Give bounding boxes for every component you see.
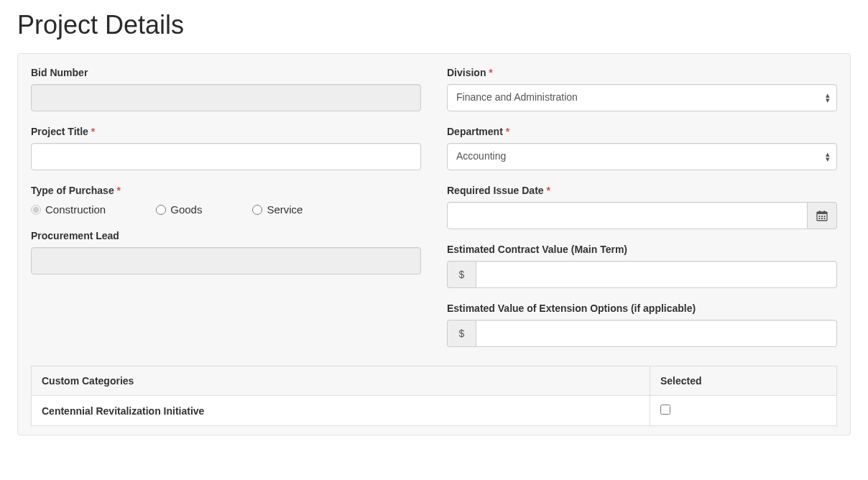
svg-rect-6 <box>824 216 826 217</box>
project-title-input[interactable] <box>31 143 421 170</box>
est-ext-value-label: Estimated Value of Extension Options (if… <box>447 303 837 314</box>
svg-rect-4 <box>819 216 821 217</box>
date-picker-button[interactable] <box>808 202 837 229</box>
table-row: Centennial Revitalization Initiative <box>32 396 837 426</box>
radio-goods-input[interactable] <box>156 205 166 215</box>
svg-rect-3 <box>824 211 826 213</box>
required-issue-date-label: Required Issue Date * <box>447 185 837 196</box>
department-label: Department * <box>447 126 837 137</box>
radio-service-input[interactable] <box>252 205 262 215</box>
svg-rect-7 <box>819 218 821 219</box>
project-details-panel: Bid Number Project Title * Type of Purch… <box>17 53 851 435</box>
division-select[interactable]: Finance and Administration <box>447 84 837 111</box>
procurement-lead-input <box>31 247 421 274</box>
division-label-text: Division <box>447 67 486 78</box>
radio-construction[interactable]: Construction <box>31 203 106 216</box>
radio-goods[interactable]: Goods <box>156 203 202 216</box>
division-label: Division * <box>447 67 837 78</box>
type-of-purchase-radio-group: Construction Goods Service <box>31 202 421 216</box>
est-contract-value-label: Estimated Contract Value (Main Term) <box>447 244 837 255</box>
svg-rect-9 <box>824 218 826 219</box>
required-asterisk: * <box>117 185 121 196</box>
table-header-categories: Custom Categories <box>32 366 650 396</box>
required-asterisk: * <box>91 126 95 137</box>
department-select[interactable]: Accounting <box>447 143 837 170</box>
bid-number-input <box>31 84 421 111</box>
department-label-text: Department <box>447 126 503 137</box>
page-title: Project Details <box>17 10 851 40</box>
bid-number-label: Bid Number <box>31 67 421 78</box>
radio-goods-label: Goods <box>170 203 202 216</box>
project-title-label: Project Title * <box>31 126 421 137</box>
required-issue-date-label-text: Required Issue Date <box>447 185 544 196</box>
currency-prefix: $ <box>447 320 476 347</box>
currency-prefix: $ <box>447 261 476 288</box>
category-selected-cell <box>650 396 837 426</box>
type-of-purchase-label: Type of Purchase * <box>31 185 421 196</box>
calendar-icon <box>816 210 828 221</box>
radio-construction-input[interactable] <box>31 205 41 215</box>
radio-construction-label: Construction <box>45 203 106 216</box>
required-asterisk: * <box>547 185 550 196</box>
category-selected-checkbox[interactable] <box>660 405 670 415</box>
required-asterisk: * <box>506 126 509 137</box>
svg-rect-5 <box>821 216 823 217</box>
custom-categories-table: Custom Categories Selected Centennial Re… <box>31 366 837 426</box>
table-header-selected: Selected <box>650 366 837 396</box>
radio-service[interactable]: Service <box>252 203 303 216</box>
est-contract-value-input[interactable] <box>476 261 837 288</box>
est-ext-value-input[interactable] <box>476 320 837 347</box>
radio-service-label: Service <box>267 203 303 216</box>
required-asterisk: * <box>489 67 492 78</box>
procurement-lead-label: Procurement Lead <box>31 230 421 241</box>
required-issue-date-input[interactable] <box>447 202 808 229</box>
svg-rect-8 <box>821 218 823 219</box>
category-name-cell: Centennial Revitalization Initiative <box>32 396 650 426</box>
svg-rect-1 <box>817 212 827 214</box>
project-title-label-text: Project Title <box>31 126 88 137</box>
type-of-purchase-label-text: Type of Purchase <box>31 185 114 196</box>
svg-rect-2 <box>819 211 821 213</box>
